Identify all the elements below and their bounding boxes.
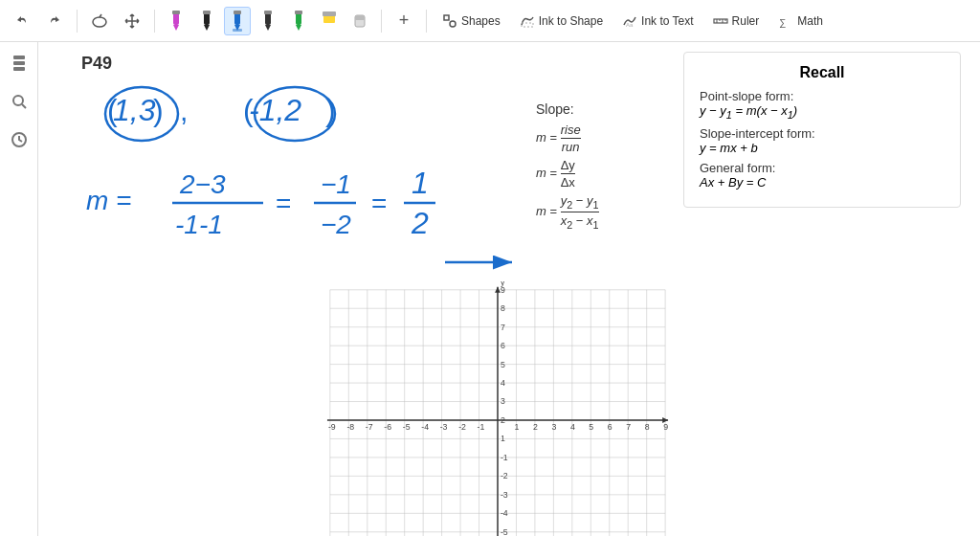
pen-yellow[interactable] <box>316 7 343 35</box>
slope-intercept-section: Slope-intercept form: y = mx + b <box>700 126 945 155</box>
svg-text:=: = <box>276 189 291 218</box>
svg-text:-5: -5 <box>403 422 411 432</box>
svg-text:(: ( <box>107 93 118 127</box>
shapes-button[interactable]: Shapes <box>434 10 508 33</box>
pen-black[interactable] <box>193 7 220 35</box>
pen-purple[interactable] <box>163 7 189 35</box>
svg-text:-1: -1 <box>501 453 508 462</box>
undo-button[interactable] <box>8 7 36 35</box>
svg-rect-27 <box>13 56 25 59</box>
lasso-button[interactable] <box>85 7 114 35</box>
svg-text:2: 2 <box>411 206 429 240</box>
svg-rect-20 <box>355 15 365 20</box>
svg-text:-5: -5 <box>501 527 508 536</box>
svg-text:∑: ∑ <box>779 17 786 28</box>
svg-text:9: 9 <box>663 422 668 432</box>
math-button[interactable]: ∑ Math <box>770 10 831 33</box>
svg-rect-16 <box>295 11 302 14</box>
pen-dark[interactable] <box>255 7 281 35</box>
slope-intercept-formula: y = mx + b <box>700 141 758 155</box>
coordinate-grid: .grid-line { stroke: #bbb; stroke-width:… <box>325 281 670 536</box>
slope-intercept-label: Slope-intercept form: <box>700 126 815 141</box>
svg-text:2−3: 2−3 <box>179 169 226 199</box>
main-canvas[interactable]: P49 1,3 ) , -1,2 ) ( ( m = 2−3 -1-1 = −1 <box>38 42 980 536</box>
point-slope-formula: y − y1 = m(x − x1) <box>700 103 797 118</box>
general-formula: Ax + By = C <box>700 175 766 190</box>
svg-text:,: , <box>180 95 188 126</box>
sidebar-search-button[interactable] <box>6 88 33 115</box>
svg-text:4: 4 <box>501 378 505 388</box>
svg-text:-8: -8 <box>346 422 354 432</box>
svg-point-33 <box>255 87 335 141</box>
svg-rect-28 <box>13 61 25 65</box>
svg-text:-9: -9 <box>328 422 336 432</box>
pen-green[interactable] <box>285 7 312 35</box>
svg-point-22 <box>450 21 456 27</box>
svg-text:): ) <box>153 93 164 127</box>
slope-label: Slope: <box>536 101 699 117</box>
svg-text:-6: -6 <box>384 422 391 432</box>
svg-text:−2: −2 <box>321 210 351 239</box>
redo-button[interactable] <box>40 7 69 35</box>
svg-text:3: 3 <box>501 396 505 406</box>
svg-marker-2 <box>173 25 179 31</box>
svg-text:5: 5 <box>589 422 593 432</box>
svg-text:-7: -7 <box>366 422 373 432</box>
svg-text:m =: m = <box>86 186 131 215</box>
svg-text:4: 4 <box>570 422 575 432</box>
svg-text:9: 9 <box>501 285 505 295</box>
svg-rect-3 <box>172 11 180 14</box>
recall-title: Recall <box>700 64 945 81</box>
svg-text:-1,2: -1,2 <box>249 93 301 127</box>
point-slope-section: Point-slope form: y − y1 = m(x − x1) <box>700 89 945 121</box>
svg-text:-2: -2 <box>458 422 466 432</box>
svg-point-0 <box>93 17 106 27</box>
svg-text:2: 2 <box>501 415 505 425</box>
svg-rect-18 <box>323 11 336 16</box>
svg-rect-23 <box>522 23 533 27</box>
svg-text:(: ( <box>243 93 254 127</box>
svg-marker-15 <box>296 25 301 31</box>
sidebar-history-button[interactable] <box>6 126 33 153</box>
toolbar: + Shapes Ink to Shape Aa Ink to Text Rul… <box>0 0 980 42</box>
svg-text:2: 2 <box>533 422 538 432</box>
svg-text:Aa: Aa <box>626 22 634 28</box>
svg-text:5: 5 <box>501 360 505 369</box>
svg-rect-6 <box>203 11 211 14</box>
svg-point-32 <box>105 87 178 141</box>
general-form-section: General form: Ax + By = C <box>700 161 945 190</box>
svg-text:-2: -2 <box>501 471 508 480</box>
svg-rect-21 <box>444 15 449 20</box>
pen-eraser[interactable] <box>346 7 373 35</box>
add-page-button[interactable]: + <box>390 7 418 35</box>
svg-text:1: 1 <box>515 422 520 432</box>
svg-point-30 <box>13 96 23 105</box>
sidebar-pages-button[interactable] <box>6 50 33 77</box>
recall-box: Recall Point-slope form: y − y1 = m(x − … <box>683 52 961 208</box>
ink-to-text-button[interactable]: Aa Ink to Text <box>614 10 701 33</box>
pen-blue[interactable] <box>224 7 251 35</box>
svg-text:−1: −1 <box>321 169 351 199</box>
svg-text:1,3: 1,3 <box>113 93 156 127</box>
svg-rect-13 <box>264 11 272 14</box>
point-slope-label: Point-slope form: <box>700 89 793 103</box>
svg-text:): ) <box>325 93 336 127</box>
svg-text:7: 7 <box>501 323 505 332</box>
svg-text:-1-1: -1-1 <box>175 210 223 239</box>
ruler-button[interactable]: Ruler <box>705 10 768 33</box>
svg-rect-29 <box>13 67 25 71</box>
ink-to-shape-button[interactable]: Ink to Shape <box>512 10 611 33</box>
svg-text:-3: -3 <box>501 490 508 500</box>
svg-marker-5 <box>204 25 210 31</box>
grid-svg: .grid-line { stroke: #bbb; stroke-width:… <box>325 281 670 536</box>
svg-text:-4: -4 <box>421 422 429 432</box>
page-number: P49 <box>81 54 112 74</box>
move-button[interactable] <box>118 7 146 35</box>
svg-text:6: 6 <box>501 341 505 350</box>
sidebar <box>0 42 38 536</box>
svg-text:1: 1 <box>501 434 505 443</box>
svg-text:1: 1 <box>412 166 429 200</box>
svg-text:-1: -1 <box>478 422 485 432</box>
svg-text:3: 3 <box>551 422 556 432</box>
divider-2 <box>154 10 155 33</box>
